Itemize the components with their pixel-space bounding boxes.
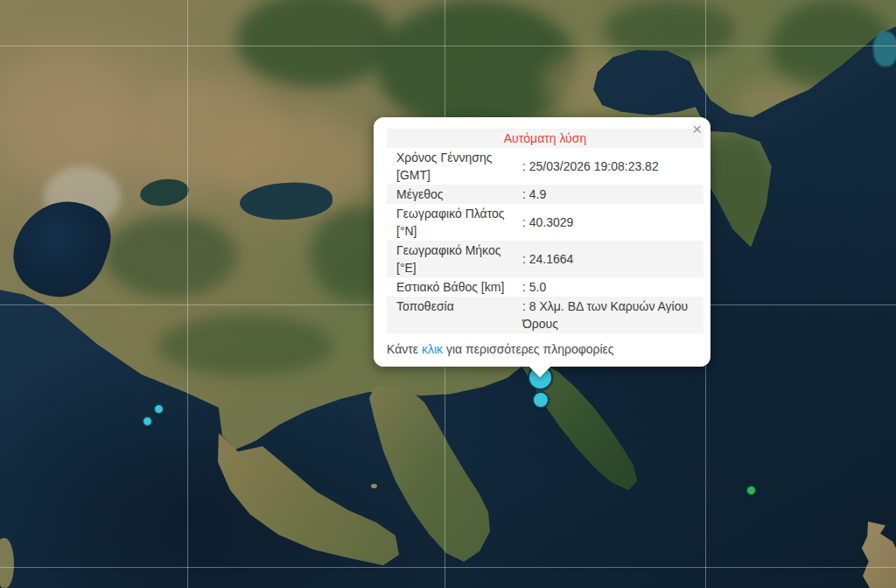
map-canvas[interactable]: × Αυτόματη λύση Χρόνος Γέννησης [GMT] : … [0,0,896,588]
row-label: Μέγεθος [387,185,522,204]
close-icon[interactable]: × [690,119,704,139]
footer-text-prefix: Κάντε [387,342,422,356]
grid-line-vertical [187,0,188,588]
islet-kelyfos [371,484,377,488]
forest-patch [158,315,332,376]
row-value: : 40.3029 [522,213,704,232]
grid-line-horizontal [0,46,896,46]
terrain-patch [0,52,131,184]
row-value: : 24.1664 [522,249,704,269]
popup-content: × Αυτόματη λύση Χρόνος Γέννησης [GMT] : … [374,117,710,367]
table-row: Τοποθεσία : 8 Χλμ. ΒΔ των Καρυών Αγίου Ό… [387,297,704,333]
earthquake-popup: × Αυτόματη λύση Χρόνος Γέννησης [GMT] : … [374,117,710,367]
row-label: Γεωγραφικό Πλάτος [°N] [387,204,522,241]
footer-text-suffix: για περισσότερες πληροφορίες [443,342,614,356]
row-value: : 5.0 [522,277,704,297]
row-label: Τοποθεσία [387,297,522,333]
popup-title: Αυτόματη λύση [387,129,704,148]
table-row: Εστιακό Βάθος [km] : 5.0 [387,277,704,297]
row-value: : 8 Χλμ. ΒΔ των Καρυών Αγίου Όρους [522,297,704,333]
forest-patch [105,214,236,298]
earthquake-marker[interactable] [153,403,164,415]
popup-footer: Κάντε κλικ για περισσότερες πληροφορίες [387,340,704,358]
row-value: : 25/03/2026 19:08:23.82 [522,157,704,176]
earthquake-marker[interactable] [142,416,153,427]
more-info-link[interactable]: κλικ [422,342,443,356]
shallow-water-northeast [873,32,896,66]
table-row: Γεωγραφικό Πλάτος [°N] : 40.3029 [387,204,704,241]
table-row: Γεωγραφικό Μήκος [°E] : 24.1664 [387,241,704,277]
earthquake-info-table: Αυτόματη λύση Χρόνος Γέννησης [GMT] : 25… [387,129,704,333]
earthquake-marker[interactable] [532,391,550,409]
forest-patch [236,0,394,88]
forest-patch [376,0,578,131]
row-value: : 4.9 [522,185,704,204]
grid-line-horizontal [0,567,896,568]
row-label: Χρόνος Γέννησης [GMT] [387,148,522,185]
row-label: Γεωγραφικό Μήκος [°E] [387,241,522,277]
table-row: Χρόνος Γέννησης [GMT] : 25/03/2026 19:08… [387,148,704,185]
table-row: Μέγεθος : 4.9 [387,185,704,204]
row-label: Εστιακό Βάθος [km] [387,277,522,297]
earthquake-marker-green[interactable] [746,485,757,496]
